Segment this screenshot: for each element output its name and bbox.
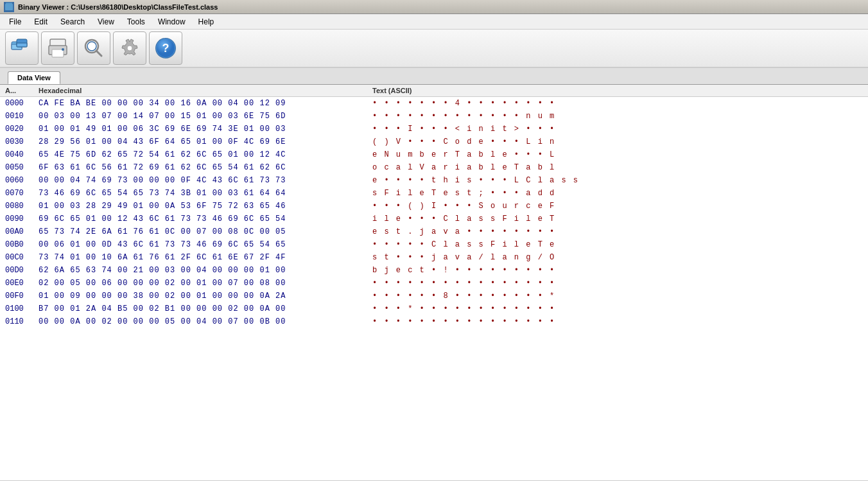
addr-cell: 00F0 [5,290,39,302]
hex-cell: 65 4E 75 6D 62 65 72 54 61 62 6C 65 01 0… [39,149,372,161]
addr-cell: 0030 [5,136,39,148]
hex-cell: 00 03 00 13 07 00 14 07 00 15 01 00 03 6… [39,110,372,122]
header-hex: Hexadecimal [39,87,372,94]
addr-cell: 0060 [5,175,39,186]
svg-rect-7 [52,49,64,57]
header-addr: A... [5,87,39,94]
addr-cell: 0070 [5,188,39,199]
addr-cell: 0050 [5,162,39,173]
addr-cell: 0000 [5,98,39,109]
table-row: 00B000 06 01 00 0D 43 6C 61 73 73 46 69 … [0,238,868,251]
table-row: 00F001 00 09 00 00 00 38 00 02 00 01 00 … [0,290,868,302]
addr-cell: 0100 [5,303,39,315]
table-row: 011000 00 0A 00 02 00 00 00 05 00 04 00 … [0,315,868,328]
menu-item-help[interactable]: Help [192,16,221,28]
addr-cell: 00C0 [5,252,39,263]
help-button[interactable]: ? [149,31,182,65]
hex-cell: 01 00 03 28 29 49 01 00 0A 53 6F 75 72 6… [39,200,372,212]
hex-cell: 01 00 09 00 00 00 38 00 02 00 01 00 00 0… [39,290,372,302]
addr-cell: 0040 [5,149,39,161]
data-view[interactable]: 0000CA FE BA BE 00 00 00 34 00 16 0A 00 … [0,97,868,480]
text-cell: o c a l V a r i a b l e T a b l [372,162,863,173]
addr-cell: 00E0 [5,277,39,289]
hex-cell: 00 00 04 74 69 73 00 00 00 0F 4C 43 6C 6… [39,175,372,186]
hex-cell: 73 74 01 00 10 6A 61 76 61 2F 6C 61 6E 6… [39,252,372,263]
tab-area: Data View [0,68,868,85]
table-row: 009069 6C 65 01 00 12 43 6C 61 73 73 46 … [0,213,868,225]
title-bar: Binary Viewer : C:\Users\86180\Desktop\C… [0,0,868,14]
print-button[interactable] [41,31,74,65]
text-cell: e N u m b e r T a b l e • • • L [372,149,863,161]
text-cell: ( ) V • • • C o d e • • • L i n [372,136,863,148]
menu-item-edit[interactable]: Edit [28,16,54,28]
addr-cell: 0010 [5,110,39,122]
data-header: A... Hexadecimal Text (ASCII) [0,85,868,97]
window-title: Binary Viewer : C:\Users\86180\Desktop\C… [18,3,218,11]
table-row: 00E002 00 05 00 06 00 00 00 02 00 01 00 … [0,277,868,290]
text-cell: s t • • • j a v a / l a n g / O [372,252,863,263]
app-icon [4,2,14,12]
svg-rect-2 [6,3,12,9]
text-cell: s F i l e T e s t ; • • • a d d [372,188,863,199]
hex-cell: 6F 63 61 6C 56 61 72 69 61 62 6C 65 54 6… [39,162,372,173]
table-row: 001000 03 00 13 07 00 14 07 00 15 01 00 … [0,110,868,123]
text-cell: • • • • • • • • • • • • • • • • [372,277,863,289]
table-row: 00506F 63 61 6C 56 61 72 69 61 62 6C 65 … [0,161,868,174]
text-cell: • • • I • • • < i n i t > • • • [372,123,863,135]
svg-text:?: ? [162,42,169,55]
text-cell: e s t . j a v a • • • • • • • • [372,226,863,238]
table-row: 00D062 6A 65 63 74 00 21 00 03 00 04 00 … [0,264,868,277]
table-row: 0000CA FE BA BE 00 00 00 34 00 16 0A 00 … [0,97,868,110]
tab-data-view[interactable]: Data View [8,71,60,84]
menu-bar: FileEditSearchViewToolsWindowHelp [0,14,868,30]
addr-cell: 0080 [5,200,39,212]
table-row: 00A065 73 74 2E 6A 61 76 61 0C 00 07 00 … [0,225,868,238]
svg-line-11 [96,51,101,56]
menu-item-file[interactable]: File [3,16,28,28]
table-row: 002001 00 01 49 01 00 06 3C 69 6E 69 74 … [0,123,868,136]
hex-cell: 28 29 56 01 00 04 43 6F 64 65 01 00 0F 4… [39,136,372,148]
text-cell: • • • ( ) I • • • S o u r c e F [372,200,863,212]
hex-cell: CA FE BA BE 00 00 00 34 00 16 0A 00 04 0… [39,98,372,109]
addr-cell: 00A0 [5,226,39,238]
table-row: 007073 46 69 6C 65 54 65 73 74 3B 01 00 … [0,187,868,200]
text-cell: • • • • • • • • • • • • • n u m [372,110,863,122]
svg-point-12 [127,46,132,51]
hex-cell: 02 00 05 00 06 00 00 00 02 00 01 00 07 0… [39,277,372,289]
toolbar: ? [0,30,868,68]
table-row: 008001 00 03 28 29 49 01 00 0A 53 6F 75 … [0,200,868,213]
table-row: 003028 29 56 01 00 04 43 6F 64 65 01 00 … [0,136,868,148]
table-row: 00C073 74 01 00 10 6A 61 76 61 2F 6C 61 … [0,251,868,264]
text-cell: • • • • • • 8 • • • • • • • • * [372,290,863,302]
text-cell: • • • • • C l a s s F i l e T e [372,239,863,250]
hex-cell: 00 06 01 00 0D 43 6C 61 73 73 46 69 6C 6… [39,239,372,250]
hex-cell: 00 00 0A 00 02 00 00 00 05 00 04 00 07 0… [39,316,372,328]
hex-cell: 01 00 01 49 01 00 06 3C 69 6E 69 74 3E 0… [39,123,372,135]
addr-cell: 0020 [5,123,39,135]
hex-cell: 65 73 74 2E 6A 61 76 61 0C 00 07 00 08 0… [39,226,372,238]
menu-item-tools[interactable]: Tools [121,16,152,28]
open-button[interactable] [5,31,39,65]
addr-cell: 00D0 [5,265,39,276]
settings-button[interactable] [113,31,146,65]
addr-cell: 0090 [5,213,39,225]
hex-cell: 62 6A 65 63 74 00 21 00 03 00 04 00 00 0… [39,265,372,276]
search-button[interactable] [77,31,110,65]
hex-cell: 69 6C 65 01 00 12 43 6C 61 73 73 46 69 6… [39,213,372,225]
addr-cell: 00B0 [5,239,39,250]
table-row: 006000 00 04 74 69 73 00 00 00 0F 4C 43 … [0,174,868,187]
menu-item-search[interactable]: Search [54,16,91,28]
text-cell: • • • • • • • • • • • • • • • • [372,316,863,328]
table-row: 0100B7 00 01 2A 04 B5 00 02 B1 00 00 00 … [0,302,868,315]
svg-point-10 [87,42,96,51]
addr-cell: 0110 [5,316,39,328]
menu-item-window[interactable]: Window [152,16,192,28]
text-cell: • • • * • • • • • • • • • • • • [372,303,863,315]
header-text: Text (ASCII) [372,87,863,94]
text-cell: i l e • • • C l a s s F i l e T [372,213,863,225]
hex-cell: 73 46 69 6C 65 54 65 73 74 3B 01 00 03 6… [39,188,372,199]
svg-point-8 [62,48,64,51]
table-row: 004065 4E 75 6D 62 65 72 54 61 62 6C 65 … [0,148,868,161]
text-cell: • • • • • • • 4 • • • • • • • • [372,98,863,109]
menu-item-view[interactable]: View [91,16,121,28]
